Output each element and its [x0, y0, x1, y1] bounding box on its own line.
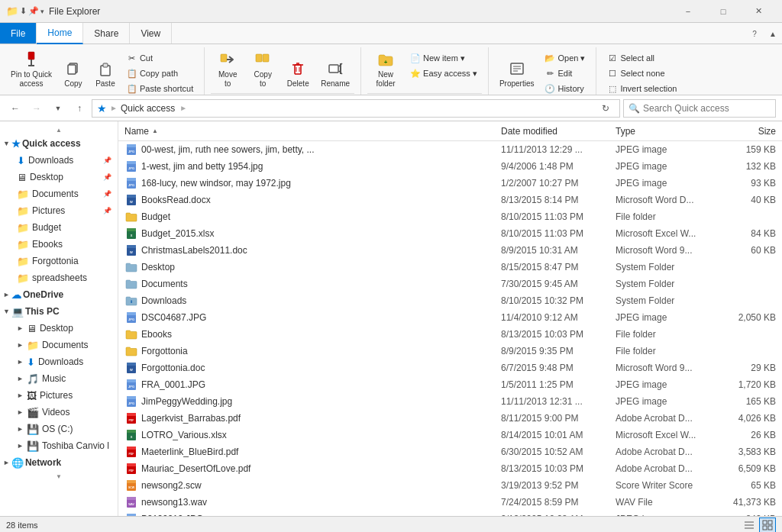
details-view-button[interactable] [741, 517, 758, 533]
select-none-icon: ☐ [607, 68, 618, 79]
pin-to-quick-access-button[interactable]: Pin to Quickaccess [6, 47, 57, 92]
file-size: 4,026 KB [715, 413, 776, 424]
column-header-name[interactable]: Name ▲ [124, 126, 501, 137]
tab-share[interactable]: Share [83, 23, 130, 44]
sidebar-item-quick-access[interactable]: ▼ ★ Quick access [0, 135, 118, 152]
paste-button[interactable]: Paste [90, 47, 121, 92]
rename-button[interactable]: Rename [316, 47, 354, 92]
column-header-date[interactable]: Date modified [501, 126, 616, 137]
delete-label: Delete [287, 79, 309, 89]
move-to-button[interactable]: Moveto [211, 47, 244, 92]
tab-view[interactable]: View [130, 23, 172, 44]
sidebar-item-pictures2[interactable]: ► 🖼 Pictures [0, 387, 118, 404]
table-row[interactable]: Ebooks 8/13/2015 10:03 PM File folder [118, 326, 782, 343]
easy-access-button[interactable]: ⭐ Easy access ▾ [406, 66, 482, 81]
close-button[interactable]: ✕ [741, 0, 776, 23]
up-button[interactable]: ↑ [70, 99, 89, 118]
sidebar-item-documents[interactable]: 📁 Documents 📌 [0, 185, 118, 202]
table-row[interactable]: X Budget_2015.xlsx 8/10/2015 11:03 PM Mi… [118, 225, 782, 242]
sidebar-item-ebooks[interactable]: 📁 Ebooks [0, 236, 118, 253]
sidebar-item-downloads[interactable]: ⬇ Downloads 📌 [0, 152, 118, 169]
select-none-button[interactable]: ☐ Select none [603, 66, 681, 81]
table-row[interactable]: ⬇ Downloads 8/10/2015 10:32 PM System Fo… [118, 292, 782, 309]
title-bar-icon2[interactable]: 📌 [28, 6, 39, 16]
address-bar[interactable]: ★ ► Quick access ► ↻ [92, 99, 620, 118]
sidebar-item-music[interactable]: ► 🎵 Music [0, 370, 118, 387]
file-icon: W [124, 244, 138, 256]
table-row[interactable]: W ChristmasLabels2011.doc 8/9/2015 10:31… [118, 242, 782, 259]
table-row[interactable]: W BooksRead.docx 8/13/2015 8:14 PM Micro… [118, 192, 782, 208]
search-bar[interactable]: 🔍 [623, 99, 776, 118]
sidebar-item-downloads2[interactable]: ► ⬇ Downloads [0, 353, 118, 370]
sidebar-item-os-c[interactable]: ► 💾 OS (C:) [0, 421, 118, 437]
table-row[interactable]: JPG 168-lucy, new windsor, may 1972.jpg … [118, 175, 782, 192]
properties-button[interactable]: Properties [495, 47, 539, 92]
invert-selection-button[interactable]: ⬚ Invert selection [603, 81, 681, 95]
paste-shortcut-button[interactable]: 📋 Paste shortcut [122, 81, 198, 95]
copy-button[interactable]: Copy [58, 47, 89, 92]
copy-path-button[interactable]: 📋 Copy path [122, 66, 198, 81]
column-header-size[interactable]: Size [715, 126, 776, 137]
table-row[interactable]: W Forgottonia.doc 6/7/2015 9:48 PM Micro… [118, 360, 782, 376]
sidebar-item-network[interactable]: ► 🌐 Network [0, 454, 118, 471]
recent-button[interactable]: ▼ [49, 99, 67, 118]
tab-file[interactable]: File [0, 23, 37, 44]
history-button[interactable]: 🕐 History [540, 81, 590, 95]
table-row[interactable]: SCW newsong2.scw 3/19/2013 9:52 PM Score… [118, 477, 782, 494]
minimize-button[interactable]: − [671, 0, 706, 23]
title-bar-dropdown[interactable]: ▾ [40, 8, 44, 15]
copy-to-button[interactable]: Copyto [246, 47, 280, 92]
title-bar-icon1[interactable]: ⬇ [20, 6, 27, 16]
table-row[interactable]: JPG JimPeggyWedding.jpg 11/11/2013 12:31… [118, 393, 782, 410]
table-row[interactable]: X LOTRO_Various.xlsx 8/14/2015 10:01 AM … [118, 427, 782, 443]
back-button[interactable]: ← [6, 99, 24, 118]
maximize-button[interactable]: □ [706, 0, 741, 23]
delete-button[interactable]: Delete [281, 47, 315, 92]
sidebar-item-onedrive[interactable]: ► ☁ OneDrive [0, 286, 118, 303]
new-item-button[interactable]: 📄 New item ▾ [406, 50, 482, 66]
cut-button[interactable]: ✂ Cut [122, 50, 198, 66]
table-row[interactable]: JPG P3130019.JPG 3/13/2005 10:38 AM JPEG… [118, 511, 782, 516]
svg-rect-81 [768, 521, 772, 524]
sidebar-item-pictures[interactable]: 📁 Pictures 📌 [0, 202, 118, 219]
sidebar-item-forgottonia[interactable]: 📁 Forgottonia [0, 253, 118, 269]
sidebar-scroll-down[interactable]: ▼ [0, 471, 118, 482]
table-row[interactable]: PDF Lagerkvist_Barrabas.pdf 8/11/2015 9:… [118, 410, 782, 427]
table-row[interactable]: PDF Maeterlink_BlueBird.pdf 6/30/2015 10… [118, 443, 782, 460]
sidebar-item-videos[interactable]: ► 🎬 Videos [0, 404, 118, 421]
select-all-button[interactable]: ☑ Select all [603, 50, 681, 66]
new-buttons: + Newfolder 📄 New item ▾ ⭐ Easy access ▾ [367, 47, 482, 92]
sidebar-item-desktop[interactable]: 🖥 Desktop 📌 [0, 169, 118, 185]
forward-button[interactable]: → [27, 99, 46, 118]
search-input[interactable] [643, 103, 771, 114]
table-row[interactable]: Desktop 8/15/2015 8:47 PM System Folder [118, 259, 782, 276]
sidebar-item-spreadsheets[interactable]: 📁 spreadsheets [0, 269, 118, 286]
refresh-button[interactable]: ↻ [596, 99, 615, 118]
sidebar-item-toshiba[interactable]: ► 💾 Toshiba Canvio l [0, 437, 118, 454]
file-type: System Folder [616, 279, 715, 289]
sidebar-item-desktop2[interactable]: ► 🖥 Desktop [0, 320, 118, 337]
file-date: 8/10/2015 10:32 PM [501, 295, 616, 306]
sidebar-item-this-pc[interactable]: ▼ 💻 This PC [0, 303, 118, 320]
table-row[interactable]: PDF Mauriac_DesertOfLove.pdf 8/13/2015 1… [118, 460, 782, 477]
tab-home[interactable]: Home [37, 23, 83, 44]
table-row[interactable]: Forgottonia 8/9/2015 9:35 PM File folder [118, 343, 782, 360]
table-row[interactable]: JPG FRA_0001.JPG 1/5/2011 1:25 PM JPEG i… [118, 376, 782, 393]
table-row[interactable]: WAV newsong13.wav 7/24/2015 8:59 PM WAV … [118, 494, 782, 511]
column-header-type[interactable]: Type [616, 126, 715, 137]
new-folder-button[interactable]: + Newfolder [367, 47, 404, 92]
svg-rect-35 [127, 195, 136, 198]
table-row[interactable]: JPG 1-west, jim and betty 1954.jpg 9/4/2… [118, 158, 782, 175]
table-row[interactable]: Documents 7/30/2015 9:45 AM System Folde… [118, 276, 782, 292]
ribbon-help-button[interactable]: ? [745, 23, 764, 44]
open-button[interactable]: 📂 Open ▾ [540, 50, 590, 66]
large-icons-view-button[interactable] [759, 517, 776, 533]
sidebar-item-documents2[interactable]: ► 📁 Documents [0, 337, 118, 353]
sidebar-item-budget[interactable]: 📁 Budget [0, 219, 118, 236]
sidebar-scroll-up[interactable]: ▲ [0, 124, 118, 135]
ribbon-collapse-button[interactable]: ▲ [764, 23, 782, 44]
table-row[interactable]: Budget 8/10/2015 11:03 PM File folder [118, 208, 782, 225]
table-row[interactable]: JPG 00-west, jim, ruth nee sowers, jim, … [118, 141, 782, 158]
table-row[interactable]: JPG DSC04687.JPG 11/4/2010 9:12 AM JPEG … [118, 309, 782, 326]
edit-button[interactable]: ✏ Edit [540, 66, 590, 81]
